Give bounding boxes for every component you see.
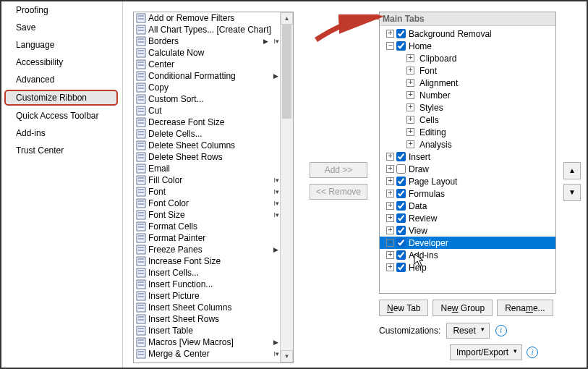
tab-checkbox[interactable] bbox=[396, 189, 406, 198]
command-item[interactable]: Decrease Font Size bbox=[134, 116, 281, 128]
command-item[interactable]: Macros [View Macros]▶ bbox=[134, 336, 281, 348]
tree-item-developer[interactable]: +Developer bbox=[380, 237, 555, 249]
expand-toggle-icon[interactable]: + bbox=[406, 54, 414, 62]
tree-item-help[interactable]: +Help bbox=[380, 261, 555, 273]
tree-item-insert[interactable]: +Insert bbox=[380, 150, 555, 163]
tab-checkbox[interactable] bbox=[396, 177, 406, 186]
expand-toggle-icon[interactable]: + bbox=[386, 30, 394, 38]
expand-toggle-icon[interactable]: + bbox=[386, 239, 394, 247]
command-item[interactable]: Freeze Panes▶ bbox=[134, 244, 281, 255]
move-up-button[interactable]: ▲ bbox=[563, 162, 581, 179]
expand-toggle-icon[interactable]: − bbox=[386, 42, 394, 50]
new-tab-button[interactable]: New Tab bbox=[379, 300, 428, 316]
tree-item-alignment[interactable]: +Alignment bbox=[380, 77, 555, 89]
nav-item-save[interactable]: Save bbox=[3, 19, 121, 36]
command-item[interactable]: Center bbox=[134, 59, 281, 70]
tree-item-home[interactable]: −Home bbox=[380, 40, 555, 52]
command-item[interactable]: Insert Function... bbox=[134, 279, 281, 290]
expand-toggle-icon[interactable]: + bbox=[406, 67, 414, 75]
nav-item-advanced[interactable]: Advanced bbox=[3, 71, 121, 88]
expand-toggle-icon[interactable]: + bbox=[386, 251, 394, 259]
tree-item-styles[interactable]: +Styles bbox=[380, 101, 555, 114]
command-item[interactable]: Insert Sheet Columns bbox=[134, 302, 281, 313]
tree-item-cells[interactable]: +Cells bbox=[380, 114, 555, 126]
tab-checkbox[interactable] bbox=[396, 152, 406, 161]
tree-item-clipboard[interactable]: +Clipboard bbox=[380, 52, 555, 64]
nav-item-language[interactable]: Language bbox=[3, 36, 121, 54]
tree-item-background-removal[interactable]: +Background Removal bbox=[380, 27, 555, 40]
command-item[interactable]: Cut bbox=[134, 105, 281, 116]
expand-toggle-icon[interactable]: + bbox=[386, 226, 394, 234]
tab-checkbox[interactable] bbox=[396, 263, 406, 272]
nav-item-add-ins[interactable]: Add-ins bbox=[3, 124, 121, 142]
expand-toggle-icon[interactable]: + bbox=[386, 202, 394, 210]
tree-item-draw[interactable]: +Draw bbox=[380, 163, 555, 175]
scroll-thumb[interactable] bbox=[282, 25, 291, 119]
expand-toggle-icon[interactable]: + bbox=[406, 103, 414, 111]
tab-checkbox[interactable] bbox=[396, 250, 406, 260]
command-item[interactable]: Add or Remove Filters bbox=[134, 12, 281, 24]
command-item[interactable]: Insert Table bbox=[134, 325, 281, 336]
command-item[interactable]: Email bbox=[134, 163, 281, 174]
tree-item-editing[interactable]: +Editing bbox=[380, 126, 555, 138]
expand-toggle-icon[interactable]: + bbox=[406, 116, 414, 124]
command-item[interactable]: FontI▾ bbox=[134, 186, 281, 198]
info-icon[interactable]: i bbox=[495, 325, 507, 336]
tab-checkbox[interactable] bbox=[396, 213, 406, 223]
command-item[interactable]: Borders▶I▾ bbox=[134, 35, 281, 47]
command-item[interactable]: Custom Sort... bbox=[134, 93, 281, 105]
tree-item-view[interactable]: +View bbox=[380, 224, 555, 237]
scroll-down-button[interactable]: ▼ bbox=[281, 350, 293, 362]
command-item[interactable]: Delete Cells... bbox=[134, 128, 281, 140]
command-item[interactable]: Increase Font Size bbox=[134, 255, 281, 267]
nav-item-proofing[interactable]: Proofing bbox=[3, 1, 121, 19]
command-item[interactable]: Copy bbox=[134, 82, 281, 93]
command-item[interactable]: Delete Sheet Rows bbox=[134, 151, 281, 163]
remove-button[interactable]: << Remove bbox=[310, 184, 367, 200]
expand-toggle-icon[interactable]: + bbox=[406, 79, 414, 87]
nav-item-quick-access-toolbar[interactable]: Quick Access Toolbar bbox=[3, 107, 121, 124]
tab-checkbox[interactable] bbox=[396, 201, 406, 211]
info-icon[interactable]: i bbox=[527, 347, 538, 358]
scroll-up-button[interactable]: ▲ bbox=[281, 12, 293, 25]
tab-checkbox[interactable] bbox=[396, 41, 406, 51]
tab-checkbox[interactable] bbox=[396, 29, 406, 38]
command-item[interactable]: Fill ColorI▾ bbox=[134, 174, 281, 186]
expand-toggle-icon[interactable]: + bbox=[386, 177, 394, 185]
new-group-button[interactable]: New Group bbox=[433, 300, 493, 316]
command-item[interactable]: Format Cells bbox=[134, 221, 281, 232]
nav-item-customize-ribbon[interactable]: Customize Ribbon bbox=[4, 90, 118, 106]
command-item[interactable]: Conditional Formatting▶ bbox=[134, 70, 281, 82]
command-item[interactable]: Insert Picture bbox=[134, 290, 281, 302]
tree-item-add-ins[interactable]: +Add-ins bbox=[380, 249, 555, 261]
expand-toggle-icon[interactable]: + bbox=[386, 190, 394, 198]
command-item[interactable]: Font ColorI▾ bbox=[134, 198, 281, 209]
reset-dropdown[interactable]: Reset bbox=[446, 323, 489, 339]
import-export-dropdown[interactable]: Import/Export bbox=[450, 344, 522, 360]
nav-item-trust-center[interactable]: Trust Center bbox=[3, 142, 121, 159]
command-item[interactable]: Calculate Now bbox=[134, 47, 281, 59]
command-item[interactable]: Format Painter bbox=[134, 232, 281, 244]
tree-item-review[interactable]: +Review bbox=[380, 212, 555, 224]
command-item[interactable]: Delete Sheet Columns bbox=[134, 140, 281, 151]
move-down-button[interactable]: ▼ bbox=[563, 184, 581, 201]
expand-toggle-icon[interactable]: + bbox=[406, 128, 414, 136]
tree-item-number[interactable]: +Number bbox=[380, 89, 555, 101]
main-tabs-tree[interactable]: +Background Removal−Home+Clipboard+Font+… bbox=[380, 26, 555, 275]
rename-button[interactable]: Rename... bbox=[497, 300, 553, 316]
tab-checkbox[interactable] bbox=[396, 238, 406, 247]
command-item[interactable]: All Chart Types... [Create Chart] bbox=[134, 24, 281, 35]
tree-item-page-layout[interactable]: +Page Layout bbox=[380, 175, 555, 187]
expand-toggle-icon[interactable]: + bbox=[386, 214, 394, 222]
expand-toggle-icon[interactable]: + bbox=[386, 263, 394, 271]
expand-toggle-icon[interactable]: + bbox=[386, 153, 394, 161]
tree-item-formulas[interactable]: +Formulas bbox=[380, 187, 555, 200]
tree-item-font[interactable]: +Font bbox=[380, 64, 555, 77]
command-item[interactable]: Insert Sheet Rows bbox=[134, 313, 281, 325]
tree-item-data[interactable]: +Data bbox=[380, 200, 555, 212]
nav-item-accessibility[interactable]: Accessibility bbox=[3, 54, 121, 71]
command-item[interactable]: Font SizeI▾ bbox=[134, 209, 281, 221]
command-item[interactable]: Merge & CenterI▾ bbox=[134, 348, 281, 360]
expand-toggle-icon[interactable]: + bbox=[386, 165, 394, 173]
tab-checkbox[interactable] bbox=[396, 164, 406, 174]
